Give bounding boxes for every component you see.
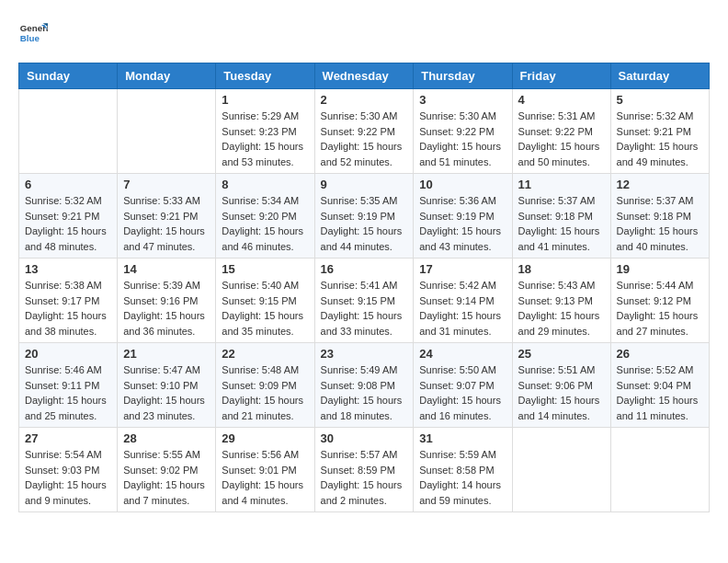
day-number: 26: [617, 347, 703, 361]
day-number: 14: [123, 262, 210, 276]
day-info: Sunrise: 5:55 AMSunset: 9:02 PMDaylight:…: [123, 447, 210, 508]
calendar-cell: 14Sunrise: 5:39 AMSunset: 9:16 PMDayligh…: [118, 259, 216, 343]
calendar-cell: 24Sunrise: 5:50 AMSunset: 9:07 PMDayligh…: [414, 343, 512, 428]
logo: General Blue: [18, 18, 51, 48]
day-info: Sunrise: 5:49 AMSunset: 9:08 PMDaylight:…: [321, 362, 408, 423]
calendar-cell: 5Sunrise: 5:32 AMSunset: 9:21 PMDaylight…: [610, 89, 709, 174]
day-info: Sunrise: 5:33 AMSunset: 9:21 PMDaylight:…: [123, 193, 210, 254]
day-info: Sunrise: 5:56 AMSunset: 9:01 PMDaylight:…: [222, 447, 308, 508]
day-info: Sunrise: 5:30 AMSunset: 9:22 PMDaylight:…: [321, 109, 408, 169]
day-info: Sunrise: 5:32 AMSunset: 9:21 PMDaylight:…: [617, 109, 703, 169]
day-info: Sunrise: 5:30 AMSunset: 9:22 PMDaylight:…: [419, 109, 506, 169]
day-info: Sunrise: 5:48 AMSunset: 9:09 PMDaylight:…: [222, 362, 308, 423]
day-info: Sunrise: 5:42 AMSunset: 9:14 PMDaylight:…: [419, 278, 506, 339]
day-info: Sunrise: 5:36 AMSunset: 9:19 PMDaylight:…: [419, 193, 506, 254]
day-number: 23: [321, 347, 408, 361]
day-info: Sunrise: 5:59 AMSunset: 8:58 PMDaylight:…: [419, 447, 506, 508]
day-info: Sunrise: 5:46 AMSunset: 9:11 PMDaylight:…: [25, 362, 111, 423]
day-number: 12: [617, 178, 703, 191]
calendar-cell: 13Sunrise: 5:38 AMSunset: 9:17 PMDayligh…: [19, 259, 118, 343]
day-number: 10: [419, 178, 506, 191]
calendar-cell: 12Sunrise: 5:37 AMSunset: 9:18 PMDayligh…: [610, 174, 709, 259]
day-number: 13: [25, 262, 111, 276]
calendar-cell: 21Sunrise: 5:47 AMSunset: 9:10 PMDayligh…: [118, 343, 216, 428]
calendar-week-row: 27Sunrise: 5:54 AMSunset: 9:03 PMDayligh…: [19, 428, 710, 512]
day-number: 25: [518, 347, 605, 361]
day-number: 28: [123, 431, 210, 445]
calendar-cell: [19, 89, 118, 174]
day-number: 29: [222, 431, 308, 445]
calendar-week-row: 20Sunrise: 5:46 AMSunset: 9:11 PMDayligh…: [19, 343, 710, 428]
day-info: Sunrise: 5:50 AMSunset: 9:07 PMDaylight:…: [419, 362, 506, 423]
day-number: 16: [321, 262, 408, 276]
day-info: Sunrise: 5:43 AMSunset: 9:13 PMDaylight:…: [518, 278, 605, 339]
day-number: 8: [222, 178, 308, 191]
calendar-cell: 26Sunrise: 5:52 AMSunset: 9:04 PMDayligh…: [610, 343, 709, 428]
weekday-header-monday: Monday: [118, 63, 216, 89]
calendar-week-row: 1Sunrise: 5:29 AMSunset: 9:23 PMDaylight…: [19, 89, 710, 174]
day-number: 24: [419, 347, 506, 361]
day-number: 2: [321, 93, 408, 107]
day-info: Sunrise: 5:29 AMSunset: 9:23 PMDaylight:…: [222, 109, 308, 169]
calendar-cell: 23Sunrise: 5:49 AMSunset: 9:08 PMDayligh…: [314, 343, 414, 428]
calendar-cell: 2Sunrise: 5:30 AMSunset: 9:22 PMDaylight…: [314, 89, 414, 174]
calendar-week-row: 6Sunrise: 5:32 AMSunset: 9:21 PMDaylight…: [19, 174, 710, 259]
day-number: 3: [419, 93, 506, 107]
day-info: Sunrise: 5:37 AMSunset: 9:18 PMDaylight:…: [617, 193, 703, 254]
day-info: Sunrise: 5:39 AMSunset: 9:16 PMDaylight:…: [123, 278, 210, 339]
day-number: 11: [518, 178, 605, 191]
day-number: 9: [321, 178, 408, 191]
calendar-cell: 18Sunrise: 5:43 AMSunset: 9:13 PMDayligh…: [512, 259, 610, 343]
calendar-cell: [118, 89, 216, 174]
day-number: 21: [123, 347, 210, 361]
calendar-cell: 4Sunrise: 5:31 AMSunset: 9:22 PMDaylight…: [512, 89, 610, 174]
calendar-header-row: SundayMondayTuesdayWednesdayThursdayFrid…: [19, 63, 710, 89]
day-number: 17: [419, 262, 506, 276]
calendar-cell: [610, 428, 709, 512]
day-number: 5: [617, 93, 703, 107]
calendar-cell: 16Sunrise: 5:41 AMSunset: 9:15 PMDayligh…: [314, 259, 414, 343]
day-info: Sunrise: 5:31 AMSunset: 9:22 PMDaylight:…: [518, 109, 605, 169]
day-number: 18: [518, 262, 605, 276]
day-number: 4: [518, 93, 605, 107]
day-info: Sunrise: 5:54 AMSunset: 9:03 PMDaylight:…: [25, 447, 111, 508]
calendar-cell: 11Sunrise: 5:37 AMSunset: 9:18 PMDayligh…: [512, 174, 610, 259]
day-info: Sunrise: 5:57 AMSunset: 8:59 PMDaylight:…: [321, 447, 408, 508]
day-number: 1: [222, 93, 308, 107]
logo-icon: General Blue: [18, 18, 48, 48]
calendar-cell: 10Sunrise: 5:36 AMSunset: 9:19 PMDayligh…: [414, 174, 512, 259]
calendar-cell: 25Sunrise: 5:51 AMSunset: 9:06 PMDayligh…: [512, 343, 610, 428]
calendar-cell: 30Sunrise: 5:57 AMSunset: 8:59 PMDayligh…: [314, 428, 414, 512]
day-number: 20: [25, 347, 111, 361]
calendar-cell: 9Sunrise: 5:35 AMSunset: 9:19 PMDaylight…: [314, 174, 414, 259]
day-number: 6: [25, 178, 111, 191]
svg-text:General: General: [20, 23, 48, 33]
calendar-cell: 7Sunrise: 5:33 AMSunset: 9:21 PMDaylight…: [118, 174, 216, 259]
calendar-cell: 22Sunrise: 5:48 AMSunset: 9:09 PMDayligh…: [216, 343, 314, 428]
calendar-week-row: 13Sunrise: 5:38 AMSunset: 9:17 PMDayligh…: [19, 259, 710, 343]
svg-text:Blue: Blue: [20, 33, 40, 43]
calendar-cell: 1Sunrise: 5:29 AMSunset: 9:23 PMDaylight…: [216, 89, 314, 174]
day-info: Sunrise: 5:51 AMSunset: 9:06 PMDaylight:…: [518, 362, 605, 423]
calendar-cell: 28Sunrise: 5:55 AMSunset: 9:02 PMDayligh…: [118, 428, 216, 512]
weekday-header-wednesday: Wednesday: [314, 63, 414, 89]
day-info: Sunrise: 5:47 AMSunset: 9:10 PMDaylight:…: [123, 362, 210, 423]
day-info: Sunrise: 5:41 AMSunset: 9:15 PMDaylight:…: [321, 278, 408, 339]
day-number: 27: [25, 431, 111, 445]
day-info: Sunrise: 5:34 AMSunset: 9:20 PMDaylight:…: [222, 193, 308, 254]
day-number: 31: [419, 431, 506, 445]
day-number: 7: [123, 178, 210, 191]
calendar-cell: 19Sunrise: 5:44 AMSunset: 9:12 PMDayligh…: [610, 259, 709, 343]
day-info: Sunrise: 5:37 AMSunset: 9:18 PMDaylight:…: [518, 193, 605, 254]
calendar-cell: 6Sunrise: 5:32 AMSunset: 9:21 PMDaylight…: [19, 174, 118, 259]
weekday-header-saturday: Saturday: [610, 63, 709, 89]
day-number: 15: [222, 262, 308, 276]
calendar-cell: 17Sunrise: 5:42 AMSunset: 9:14 PMDayligh…: [414, 259, 512, 343]
weekday-header-sunday: Sunday: [19, 63, 118, 89]
weekday-header-friday: Friday: [512, 63, 610, 89]
day-number: 30: [321, 431, 408, 445]
calendar-cell: 31Sunrise: 5:59 AMSunset: 8:58 PMDayligh…: [414, 428, 512, 512]
weekday-header-thursday: Thursday: [414, 63, 512, 89]
day-info: Sunrise: 5:44 AMSunset: 9:12 PMDaylight:…: [617, 278, 703, 339]
calendar-cell: [512, 428, 610, 512]
